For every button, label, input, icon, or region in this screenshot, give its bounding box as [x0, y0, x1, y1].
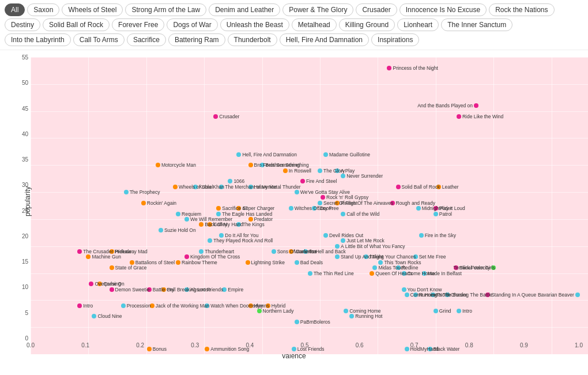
filter-btn-sacrifice[interactable]: Sacrifice: [127, 33, 166, 46]
data-point[interactable]: [147, 287, 152, 292]
data-point[interactable]: [323, 152, 328, 157]
data-point[interactable]: [236, 206, 241, 211]
data-point[interactable]: [86, 254, 91, 259]
data-point[interactable]: [413, 254, 418, 259]
data-point[interactable]: [110, 287, 114, 292]
data-point[interactable]: [378, 260, 383, 265]
filter-btn-saxon[interactable]: Saxon: [27, 3, 59, 16]
data-point[interactable]: [413, 292, 418, 297]
data-point[interactable]: [222, 287, 227, 292]
data-point[interactable]: [390, 201, 395, 205]
data-point[interactable]: [295, 190, 299, 194]
data-point[interactable]: [248, 163, 253, 167]
data-point[interactable]: [110, 265, 114, 270]
data-point[interactable]: [303, 249, 308, 254]
data-point[interactable]: [454, 265, 458, 270]
data-point[interactable]: [318, 168, 322, 173]
data-point[interactable]: [289, 249, 293, 254]
data-point[interactable]: [364, 254, 368, 259]
data-point[interactable]: [370, 271, 374, 276]
data-point[interactable]: [402, 287, 406, 292]
data-point[interactable]: [295, 320, 299, 324]
data-point[interactable]: [491, 265, 496, 270]
data-point[interactable]: [474, 103, 478, 108]
filter-btn-wheels-of-steel[interactable]: Wheels of Steel: [62, 3, 123, 16]
data-point[interactable]: [434, 206, 438, 211]
data-point[interactable]: [121, 303, 126, 308]
data-point[interactable]: [184, 254, 189, 259]
data-point[interactable]: [213, 114, 218, 119]
filter-btn-strong-arm-of-the-law[interactable]: Strong Arm of the Law: [125, 3, 206, 16]
data-point[interactable]: [219, 185, 224, 189]
data-point[interactable]: [292, 347, 296, 351]
data-point[interactable]: [436, 185, 441, 189]
data-point[interactable]: [266, 303, 270, 308]
data-point[interactable]: [173, 185, 178, 189]
data-point[interactable]: [289, 206, 293, 211]
filter-btn-forever-free[interactable]: Forever Free: [112, 18, 164, 31]
data-point[interactable]: [341, 238, 345, 243]
filter-btn-the-inner-sanctum[interactable]: The Inner Sanctum: [441, 18, 512, 31]
data-point[interactable]: [341, 212, 345, 216]
data-point[interactable]: [300, 179, 305, 183]
data-point[interactable]: [147, 347, 152, 351]
data-point[interactable]: [248, 303, 253, 308]
data-point[interactable]: [97, 282, 102, 286]
filter-btn-hell,-fire-and-damnation[interactable]: Hell, Fire And Damnation: [280, 33, 369, 46]
data-point[interactable]: [422, 271, 427, 276]
data-point[interactable]: [405, 347, 409, 351]
data-point[interactable]: [405, 292, 409, 297]
filter-btn-lionheart[interactable]: Lionheart: [397, 18, 439, 31]
data-point[interactable]: [575, 292, 580, 297]
filter-btn-crusader[interactable]: Crusader: [356, 3, 397, 16]
data-point[interactable]: [124, 190, 129, 194]
data-point[interactable]: [176, 212, 180, 216]
filter-btn-destiny[interactable]: Destiny: [5, 18, 40, 31]
data-point[interactable]: [89, 282, 93, 286]
data-point[interactable]: [77, 303, 82, 308]
filter-btn-all[interactable]: All: [5, 3, 25, 16]
data-point[interactable]: [396, 185, 401, 189]
filter-btn-rock-the-nations[interactable]: Rock the Nations: [489, 3, 554, 16]
data-point[interactable]: [312, 206, 316, 211]
filter-btn-into-the-labyrinth[interactable]: Into the Labyrinth: [5, 33, 71, 46]
data-point[interactable]: [344, 309, 348, 313]
data-point[interactable]: [419, 233, 424, 238]
data-point[interactable]: [396, 265, 401, 270]
data-point[interactable]: [184, 217, 189, 222]
data-point[interactable]: [236, 222, 241, 227]
data-point[interactable]: [159, 228, 163, 232]
data-point[interactable]: [283, 168, 288, 173]
data-point[interactable]: [193, 185, 198, 189]
data-point[interactable]: [416, 206, 421, 211]
data-point[interactable]: [335, 201, 340, 205]
data-point[interactable]: [372, 265, 377, 270]
data-point[interactable]: [295, 260, 299, 265]
filter-btn-power-&-the-glory[interactable]: Power & The Glory: [282, 3, 353, 16]
data-point[interactable]: [199, 249, 203, 254]
data-point[interactable]: [208, 238, 212, 243]
filter-btn-inspirations[interactable]: Inspirations: [371, 33, 419, 46]
data-point[interactable]: [184, 287, 189, 292]
data-point[interactable]: [431, 292, 435, 297]
data-point[interactable]: [402, 271, 406, 276]
filter-btn-thunderbolt[interactable]: Thunderbolt: [228, 33, 277, 46]
data-point[interactable]: [236, 152, 241, 157]
data-point[interactable]: [445, 292, 450, 297]
filter-btn-unleash-the-beast[interactable]: Unleash the Beast: [220, 18, 289, 31]
data-point[interactable]: [110, 249, 114, 254]
data-point[interactable]: [321, 195, 325, 200]
data-point[interactable]: [208, 222, 212, 227]
data-point[interactable]: [457, 114, 461, 119]
data-point[interactable]: [228, 179, 232, 183]
data-point[interactable]: [318, 201, 322, 205]
data-point[interactable]: [323, 233, 328, 238]
data-point[interactable]: [248, 217, 253, 222]
data-point[interactable]: [156, 163, 160, 167]
data-point[interactable]: [216, 212, 221, 216]
filter-btn-solid-ball-of-rock[interactable]: Solid Ball of Rock: [43, 18, 110, 31]
data-point[interactable]: [205, 303, 209, 308]
data-point[interactable]: [150, 303, 154, 308]
data-point[interactable]: [272, 249, 276, 254]
data-point[interactable]: [130, 260, 134, 265]
